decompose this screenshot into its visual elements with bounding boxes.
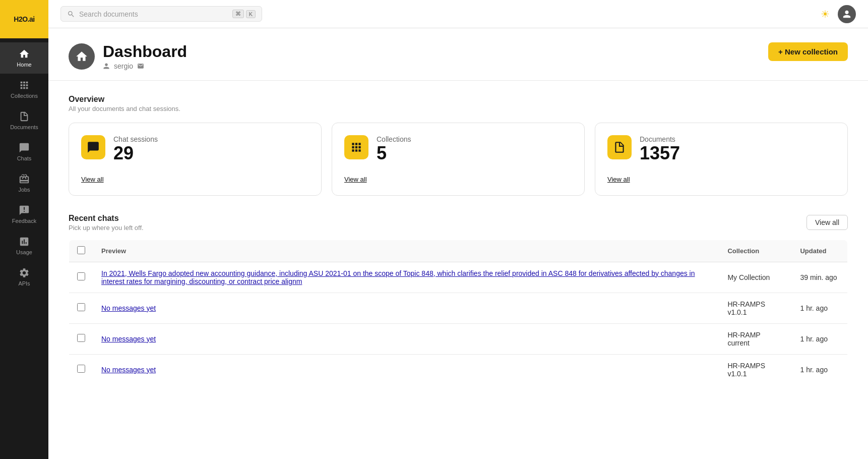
overview-cards: Chat sessions 29 View all — [69, 123, 848, 196]
theme-toggle-icon[interactable]: ☀ — [821, 8, 830, 20]
preview-link-2[interactable]: No messages yet — [101, 335, 156, 343]
content: Dashboard sergio + New collection Overvi… — [48, 28, 868, 459]
chats-table: Preview Collection Updated In 2021, Well… — [69, 240, 848, 385]
card-info: Documents 1357 — [640, 135, 680, 163]
row-updated: 39 min. ago — [792, 262, 847, 293]
sidebar-home-label: Home — [17, 62, 31, 68]
row-collection: HR-RAMPS v1.0.1 — [719, 354, 792, 385]
documents-count: 1357 — [640, 143, 680, 163]
row-collection: HR-RAMP current — [719, 323, 792, 354]
chat-sessions-label: Chat sessions — [113, 135, 158, 143]
table-header-preview: Preview — [93, 240, 719, 262]
topbar: Search documents ⌘ K ☀ — [48, 0, 868, 28]
row-preview: No messages yet — [93, 293, 719, 323]
preview-link-3[interactable]: No messages yet — [101, 366, 156, 374]
email-icon — [137, 63, 144, 70]
row-collection: My Collection — [719, 262, 792, 293]
overview-subtitle: All your documents and chat sessions. — [69, 105, 848, 112]
table-header-checkbox — [69, 240, 94, 262]
sidebar-chats-label: Chats — [17, 155, 32, 161]
table-row: No messages yet HR-RAMP current 1 hr. ag… — [69, 323, 848, 354]
documents-label: Documents — [640, 135, 680, 143]
page-icon — [69, 43, 95, 70]
chats-icon — [19, 142, 30, 153]
documents-card: Documents 1357 View all — [595, 123, 848, 196]
search-shortcuts: ⌘ K — [232, 10, 256, 18]
page-title: Dashboard — [103, 42, 187, 61]
recent-chats-view-all-button[interactable]: View all — [807, 215, 848, 230]
collections-icon — [19, 80, 30, 91]
kbd-cmd: ⌘ — [232, 10, 244, 18]
card-header: Collections 5 — [344, 135, 572, 163]
recent-chats-title: Recent chats — [69, 214, 144, 223]
sidebar-apis-label: APIs — [18, 280, 30, 286]
collections-card: Collections 5 View all — [332, 123, 585, 196]
row-checkbox-cell — [69, 354, 94, 385]
table-row: No messages yet HR-RAMPS v1.0.1 1 hr. ag… — [69, 293, 848, 323]
documents-view-all[interactable]: View all — [607, 176, 835, 183]
documents-icon — [19, 111, 30, 122]
card-header: Documents 1357 — [607, 135, 835, 163]
row-collection: HR-RAMPS v1.0.1 — [719, 293, 792, 323]
new-collection-button[interactable]: + New collection — [768, 42, 848, 61]
row-checkbox-1[interactable] — [77, 303, 85, 311]
sidebar-item-collections[interactable]: Collections — [0, 74, 48, 105]
preview-link-0[interactable]: In 2021, Wells Fargo adopted new account… — [101, 269, 695, 285]
search-bar[interactable]: Search documents ⌘ K — [60, 6, 262, 22]
row-updated: 1 hr. ago — [792, 293, 847, 323]
chat-sessions-view-all[interactable]: View all — [81, 176, 309, 183]
row-updated: 1 hr. ago — [792, 323, 847, 354]
sidebar-item-apis[interactable]: APIs — [0, 261, 48, 293]
page-title-block: Dashboard sergio — [103, 42, 187, 70]
sidebar-item-home[interactable]: Home — [0, 42, 48, 74]
feedback-icon — [19, 205, 30, 216]
chat-sessions-card: Chat sessions 29 View all — [69, 123, 322, 196]
main-wrapper: Search documents ⌘ K ☀ Dashboard — [48, 0, 868, 459]
table-header-updated: Updated — [792, 240, 847, 262]
sidebar-item-feedback[interactable]: Feedback — [0, 199, 48, 230]
row-updated: 1 hr. ago — [792, 354, 847, 385]
sidebar-item-usage[interactable]: Usage — [0, 230, 48, 261]
table-row: In 2021, Wells Fargo adopted new account… — [69, 262, 848, 293]
select-all-checkbox[interactable] — [77, 246, 85, 254]
row-checkbox-cell — [69, 323, 94, 354]
collections-card-icon — [344, 135, 368, 159]
sidebar-item-jobs[interactable]: Jobs — [0, 167, 48, 199]
chat-sessions-icon — [81, 135, 105, 159]
row-preview: No messages yet — [93, 323, 719, 354]
overview-section: Overview All your documents and chat ses… — [69, 95, 848, 196]
jobs-icon — [19, 174, 30, 185]
recent-chats-subtitle: Pick up where you left off. — [69, 224, 144, 232]
sidebar-usage-label: Usage — [16, 249, 32, 255]
sidebar-jobs-label: Jobs — [18, 187, 30, 193]
row-preview: No messages yet — [93, 354, 719, 385]
table-header-collection: Collection — [719, 240, 792, 262]
apis-icon — [19, 267, 30, 278]
sidebar-documents-label: Documents — [10, 124, 38, 130]
row-checkbox-3[interactable] — [77, 365, 85, 373]
overview-title: Overview — [69, 95, 848, 104]
kbd-k: K — [246, 10, 256, 18]
page-subtitle: sergio — [103, 62, 187, 70]
sidebar: H2O.ai Home Collections Documents — [0, 0, 48, 459]
row-checkbox-2[interactable] — [77, 334, 85, 342]
sidebar-item-chats[interactable]: Chats — [0, 136, 48, 167]
chat-sessions-count: 29 — [113, 143, 158, 163]
topbar-right: ☀ — [821, 5, 856, 23]
card-header: Chat sessions 29 — [81, 135, 309, 163]
search-icon — [67, 10, 75, 18]
app-logo[interactable]: H2O.ai — [0, 0, 48, 38]
collections-view-all[interactable]: View all — [344, 176, 572, 183]
sidebar-nav: Home Collections Documents Chats — [0, 38, 48, 459]
preview-link-1[interactable]: No messages yet — [101, 304, 156, 312]
user-icon — [103, 63, 110, 70]
recent-chats-header: Recent chats Pick up where you left off.… — [69, 214, 848, 232]
home-icon — [19, 48, 30, 60]
user-avatar[interactable] — [838, 5, 856, 23]
row-checkbox-cell — [69, 293, 94, 323]
card-info: Chat sessions 29 — [113, 135, 158, 163]
row-checkbox-0[interactable] — [77, 272, 85, 280]
card-info: Collections 5 — [377, 135, 411, 163]
sidebar-item-documents[interactable]: Documents — [0, 105, 48, 136]
content-body: Overview All your documents and chat ses… — [48, 81, 868, 399]
